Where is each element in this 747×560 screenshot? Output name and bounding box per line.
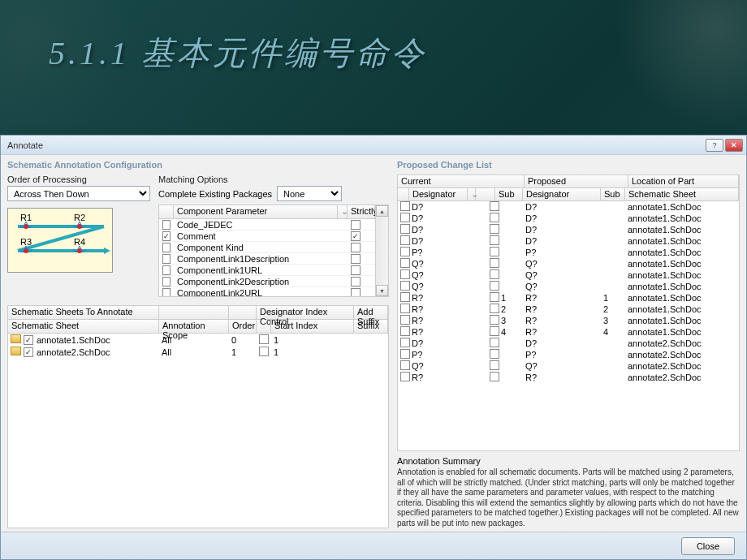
col-addsuffix[interactable]: Add Suffix — [354, 306, 388, 319]
sheet-row[interactable]: annotate1.SchDoc All 0 1 — [8, 334, 388, 346]
proposed-row[interactable]: R? 2 R? 2 annotate1.SchDoc — [398, 304, 739, 315]
sheet-check[interactable] — [24, 335, 33, 345]
col-current[interactable]: Current — [398, 175, 525, 187]
col-schsheet[interactable]: Schematic Sheet — [8, 320, 159, 333]
proposed-row[interactable]: D? D? annotate1.SchDoc — [398, 213, 739, 224]
proposed-row[interactable]: Q? Q? annotate1.SchDoc — [398, 258, 739, 269]
param-check[interactable] — [162, 265, 171, 275]
row-lock[interactable] — [490, 372, 499, 381]
col-prop-sub[interactable]: Sub — [601, 188, 625, 200]
order-select[interactable]: Across Then Down — [7, 186, 150, 201]
proposed-row[interactable]: R? 1 R? 1 annotate1.SchDoc — [398, 292, 739, 304]
param-row[interactable]: Comment — [159, 230, 375, 242]
col-scope[interactable]: Annotation Scope — [159, 320, 229, 333]
strict-check[interactable] — [351, 265, 361, 275]
proposed-row[interactable]: P? P? annotate1.SchDoc — [398, 247, 739, 258]
col-proposed[interactable]: Proposed — [525, 175, 628, 187]
proposed-row[interactable]: Q? Q? annotate1.SchDoc — [398, 269, 739, 281]
param-check[interactable] — [162, 254, 171, 264]
scroll-up-icon[interactable]: ▲ — [376, 205, 388, 217]
col-location[interactable]: Location of Part — [628, 175, 739, 187]
proposed-row[interactable]: Q? Q? annotate1.SchDoc — [398, 281, 739, 292]
col-suffix[interactable]: Suffix — [354, 320, 388, 333]
cur-designator: D? — [409, 213, 487, 223]
col-dic[interactable]: Designator Index Control — [257, 306, 354, 319]
sheets-title[interactable]: Schematic Sheets To Annotate — [8, 306, 159, 319]
row-lock[interactable] — [490, 235, 499, 245]
start-index: 1 — [271, 335, 354, 345]
prop-designator: R? — [523, 293, 601, 303]
order-label: Order of Processing — [7, 174, 150, 184]
param-name: Code_JEDEC — [174, 219, 338, 230]
proposed-row[interactable]: Q? Q? annotate2.SchDoc — [398, 360, 739, 372]
prop-sub: 2 — [601, 304, 625, 314]
titlebar[interactable]: Annotate ? ✕ — [1, 136, 746, 155]
sheet-scope: All — [159, 347, 229, 357]
row-lock[interactable] — [490, 338, 499, 347]
sort-icon[interactable]: ⌄ — [338, 205, 348, 218]
col-startindex[interactable]: Start Index — [271, 320, 354, 333]
proposed-row[interactable]: D? D? annotate1.SchDoc — [398, 201, 739, 213]
param-name: ComponentLink2Description — [174, 276, 338, 286]
strict-check[interactable] — [351, 231, 361, 241]
sort-icon[interactable]: ⌄ — [468, 188, 476, 200]
row-lock[interactable] — [490, 258, 499, 268]
close-icon[interactable]: ✕ — [725, 139, 743, 152]
col-sheet[interactable]: Schematic Sheet — [625, 188, 739, 200]
param-row[interactable]: ComponentLink2URL — [159, 287, 375, 296]
param-row[interactable]: ComponentLink2Description — [159, 276, 375, 287]
proposed-row[interactable]: R? 4 R? 4 annotate1.SchDoc — [398, 326, 739, 338]
row-lock[interactable] — [490, 349, 499, 359]
complete-packages-select[interactable]: None — [277, 186, 342, 201]
row-lock[interactable] — [490, 281, 499, 291]
param-check[interactable] — [162, 220, 171, 230]
row-location: annotate2.SchDoc — [625, 350, 739, 360]
row-location: annotate1.SchDoc — [625, 282, 739, 291]
proposed-row[interactable]: D? D? annotate2.SchDoc — [398, 338, 739, 349]
row-lock[interactable] — [490, 247, 499, 256]
cur-designator: D? — [409, 338, 487, 348]
proposed-row[interactable]: R? R? annotate2.SchDoc — [398, 372, 739, 383]
param-name: Component Kind — [174, 242, 338, 252]
param-row[interactable]: Component Kind — [159, 242, 375, 253]
proposed-change-grid: Current Proposed Location of Part Design… — [397, 174, 740, 451]
row-lock[interactable] — [490, 213, 499, 222]
strict-check[interactable] — [351, 288, 361, 297]
param-check[interactable] — [162, 277, 171, 286]
param-row[interactable]: Code_JEDEC — [159, 219, 375, 230]
row-lock[interactable] — [490, 360, 499, 370]
row-lock[interactable] — [490, 201, 499, 211]
col-check[interactable] — [159, 205, 174, 218]
strict-check[interactable] — [351, 254, 361, 264]
col-strictly[interactable]: Strictly — [348, 205, 375, 218]
help-button[interactable]: ? — [706, 139, 723, 152]
strict-check[interactable] — [351, 220, 361, 230]
proposed-row[interactable]: D? D? annotate1.SchDoc — [398, 224, 739, 235]
col-order[interactable]: Order — [229, 320, 257, 333]
startindex-check[interactable] — [259, 334, 269, 344]
folder-icon — [11, 347, 21, 355]
row-lock[interactable] — [490, 269, 499, 279]
row-lock[interactable] — [490, 224, 499, 234]
col-prop-designator[interactable]: Designator — [523, 188, 601, 200]
strict-check[interactable] — [351, 243, 361, 252]
col-cur-sub[interactable]: Sub — [495, 188, 523, 200]
param-row[interactable]: ComponentLink1Description — [159, 253, 375, 265]
startindex-check[interactable] — [259, 347, 269, 356]
param-scrollbar[interactable]: ▲ ▼ — [375, 205, 388, 296]
scroll-down-icon[interactable]: ▼ — [376, 285, 388, 296]
strict-check[interactable] — [351, 277, 361, 286]
proposed-row[interactable]: R? 3 R? 3 annotate1.SchDoc — [398, 315, 739, 326]
sheet-check[interactable] — [24, 347, 33, 357]
sheet-row[interactable]: annotate2.SchDoc All 1 1 — [8, 346, 388, 358]
param-check[interactable] — [162, 231, 171, 241]
proposed-row[interactable]: P? P? annotate2.SchDoc — [398, 349, 739, 360]
col-cur-designator[interactable]: Designator — [409, 188, 468, 200]
param-row[interactable]: ComponentLink1URL — [159, 265, 375, 276]
close-button[interactable]: Close — [681, 537, 735, 555]
col-parameter[interactable]: Component Parameter — [174, 205, 338, 218]
proposed-row[interactable]: D? D? annotate1.SchDoc — [398, 235, 739, 247]
param-check[interactable] — [162, 288, 171, 297]
param-check[interactable] — [162, 243, 171, 252]
row-location: annotate2.SchDoc — [625, 373, 739, 382]
